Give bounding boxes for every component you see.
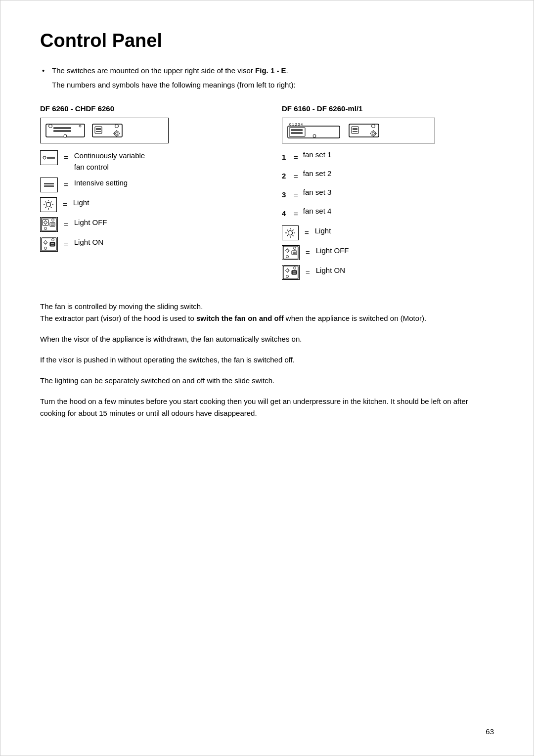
svg-point-58 bbox=[313, 134, 316, 137]
svg-point-32 bbox=[44, 221, 47, 224]
svg-point-70 bbox=[288, 231, 293, 235]
fan-num-2: 2 bbox=[282, 169, 289, 183]
right-switch-diagram: 0 1 2 3 4 bbox=[282, 118, 435, 143]
label-light: Light bbox=[73, 197, 89, 209]
svg-point-80 bbox=[286, 249, 289, 252]
slider-icon-1 bbox=[45, 121, 85, 140]
symbol-row-fan: = Continuously variablefan control bbox=[40, 150, 252, 173]
fan-num-3: 3 bbox=[282, 188, 289, 202]
paragraph-3: When the visor of the appliance is withd… bbox=[40, 333, 494, 345]
paragraph-4: If the visor is pushed in without operat… bbox=[40, 354, 494, 366]
svg-line-76 bbox=[292, 235, 293, 236]
svg-line-77 bbox=[292, 230, 293, 231]
equals-2: = bbox=[64, 178, 68, 192]
svg-line-75 bbox=[287, 230, 288, 231]
svg-point-48 bbox=[44, 247, 47, 250]
right-equals-light-on: = bbox=[306, 265, 310, 280]
symbol-row-light-off: = Light OFF bbox=[40, 217, 252, 232]
svg-point-12 bbox=[116, 133, 118, 135]
svg-line-28 bbox=[50, 202, 51, 203]
equals-fan-1: = bbox=[294, 150, 298, 165]
right-label-light: Light bbox=[315, 225, 331, 237]
fan-num-4: 4 bbox=[282, 207, 289, 221]
slider-icon-2 bbox=[92, 121, 123, 140]
switch-part-2 bbox=[92, 121, 123, 140]
paragraph-2-text: The extractor part (visor) of the hood i… bbox=[40, 314, 426, 322]
intro-bullet: The switches are mounted on the upper ri… bbox=[40, 65, 494, 77]
svg-point-5 bbox=[79, 125, 81, 127]
svg-line-78 bbox=[287, 235, 288, 236]
equals-fan-2: = bbox=[294, 169, 298, 184]
right-switch-part-1: 0 1 2 3 4 bbox=[287, 121, 342, 140]
left-heading: DF 6260 - CHDF 6260 bbox=[40, 104, 252, 113]
page-title: Control Panel bbox=[40, 30, 494, 51]
svg-rect-41 bbox=[51, 225, 54, 226]
right-heading: DF 6160 - DF 6260-ml/1 bbox=[282, 104, 494, 113]
svg-rect-3 bbox=[53, 130, 71, 132]
paragraph-3-text: When the visor of the appliance is withd… bbox=[40, 335, 302, 343]
svg-rect-52 bbox=[51, 245, 54, 246]
svg-point-91 bbox=[286, 269, 289, 272]
icon-light bbox=[40, 197, 57, 212]
paragraph-6-text: Turn the hood on a few minutes before yo… bbox=[40, 397, 468, 417]
svg-point-37 bbox=[44, 227, 47, 230]
fan-label-3: fan set 3 bbox=[303, 188, 332, 196]
right-icon-light-on bbox=[282, 265, 300, 280]
right-symbol-row-light: = Light bbox=[282, 225, 494, 240]
label-intensive: Intensive setting bbox=[74, 178, 128, 189]
svg-point-97 bbox=[294, 267, 296, 269]
equals-fan-3: = bbox=[294, 188, 298, 203]
svg-rect-18 bbox=[47, 157, 55, 159]
svg-rect-62 bbox=[353, 131, 357, 132]
svg-point-65 bbox=[372, 133, 375, 135]
symbol-row-light: = Light bbox=[40, 197, 252, 212]
svg-rect-51 bbox=[51, 243, 54, 244]
right-label-light-off: Light OFF bbox=[316, 245, 349, 257]
fan-label-1: fan set 1 bbox=[303, 150, 332, 159]
svg-rect-56 bbox=[291, 129, 303, 131]
fan-settings: 1 = fan set 1 2 = fan set 2 3 = fan set … bbox=[282, 150, 494, 222]
right-label-light-on: Light ON bbox=[316, 265, 345, 276]
label-light-on: Light ON bbox=[74, 237, 103, 248]
svg-rect-100 bbox=[293, 273, 296, 274]
equals-4: = bbox=[64, 217, 68, 232]
page-number: 63 bbox=[486, 727, 494, 736]
right-symbol-row-light-on: = Light ON bbox=[282, 265, 494, 280]
fan-row-3: 3 = fan set 3 bbox=[282, 188, 494, 203]
svg-rect-19 bbox=[44, 183, 54, 184]
right-equals-light-off: = bbox=[306, 245, 310, 260]
tables-row: DF 6260 - CHDF 6260 bbox=[40, 104, 494, 285]
svg-rect-2 bbox=[53, 127, 71, 129]
paragraph-4-text: If the visor is pushed in without operat… bbox=[40, 356, 295, 364]
label-fan-control: Continuously variablefan control bbox=[74, 150, 145, 173]
icon-light-on bbox=[40, 237, 58, 252]
svg-rect-57 bbox=[291, 132, 303, 134]
equals-fan-4: = bbox=[294, 207, 298, 222]
right-icon-light-off bbox=[282, 245, 300, 260]
svg-rect-99 bbox=[293, 271, 296, 272]
svg-line-26 bbox=[45, 202, 46, 203]
equals-5: = bbox=[64, 237, 68, 252]
right-symbol-row-light-off: = Light OFF bbox=[282, 245, 494, 260]
svg-point-85 bbox=[286, 256, 289, 258]
icon-fan-control bbox=[40, 150, 58, 165]
icon-light-off bbox=[40, 217, 58, 232]
paragraph-6: Turn the hood on a few minutes before yo… bbox=[40, 396, 494, 419]
svg-point-63 bbox=[372, 125, 375, 128]
symbol-row-light-on: = Light ON bbox=[40, 237, 252, 252]
paragraph-5-text: The lighting can be separately switched … bbox=[40, 376, 274, 385]
svg-text:0 1 2 3 4: 0 1 2 3 4 bbox=[289, 123, 303, 126]
left-section: DF 6260 - CHDF 6260 bbox=[40, 104, 252, 285]
fan-label-2: fan set 2 bbox=[303, 169, 332, 178]
right-section: DF 6160 - DF 6260-ml/1 0 1 2 3 4 bbox=[282, 104, 494, 285]
svg-rect-88 bbox=[293, 252, 296, 253]
equals-1: = bbox=[64, 150, 68, 165]
svg-line-29 bbox=[45, 207, 46, 208]
left-switch-diagram bbox=[40, 118, 169, 143]
svg-point-49 bbox=[52, 239, 54, 241]
right-switch-part-2 bbox=[349, 121, 379, 140]
intro-text: The numbers and symbols have the followi… bbox=[40, 80, 494, 91]
right-equals-light: = bbox=[305, 225, 309, 240]
svg-point-10 bbox=[115, 125, 119, 128]
page: Control Panel The switches are mounted o… bbox=[0, 0, 534, 756]
